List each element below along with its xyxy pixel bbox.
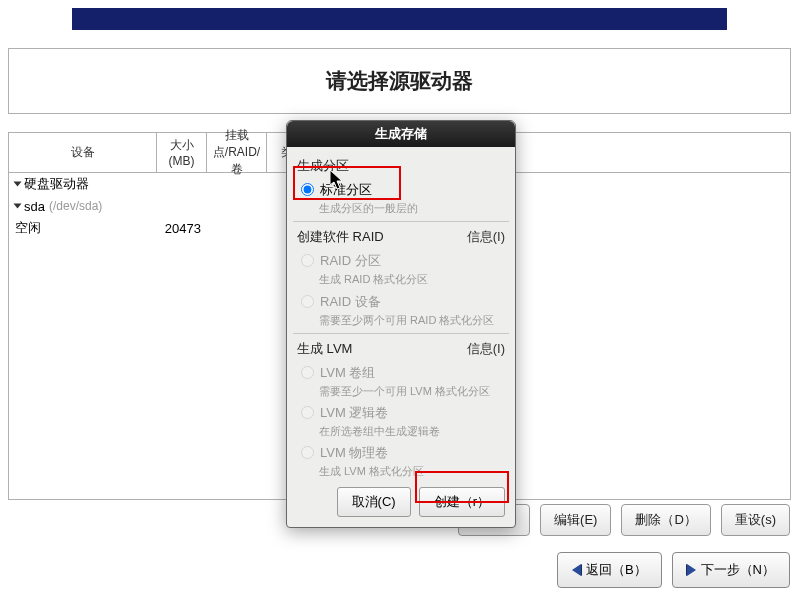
radio-input [301,295,314,308]
dialog-create-button[interactable]: 创建（r） [419,487,505,517]
radio-input [301,366,314,379]
radio-label: RAID 分区 [320,252,381,270]
option-hint: 生成分区的一般层的 [319,201,505,215]
radio-label: 标准分区 [320,181,372,199]
radio-lvm-pv: LVM 物理卷 [301,444,505,462]
info-link[interactable]: 信息(I) [467,228,505,246]
radio-input [301,446,314,459]
radio-standard-partition[interactable]: 标准分区 [301,181,505,199]
option-hint: 需要至少两个可用 RAID 格式化分区 [319,313,505,327]
back-label: 返回（B） [586,561,647,579]
arrow-left-icon [572,564,581,576]
edit-button[interactable]: 编辑(E) [540,504,611,536]
dialog-cancel-button[interactable]: 取消(C) [337,487,411,517]
col-device: 设备 [9,133,157,172]
create-storage-dialog: 生成存储 生成分区 标准分区 生成分区的一般层的 创建软件 RAID 信息(I)… [286,120,516,528]
arrow-right-icon [687,564,696,576]
option-hint: 生成 LVM 格式化分区 [319,464,505,478]
delete-button[interactable]: 删除（D） [621,504,710,536]
top-banner [72,8,727,30]
option-hint: 需要至少一个可用 LVM 格式化分区 [319,384,505,398]
radio-raid-device: RAID 设备 [301,293,505,311]
col-size: 大小(MB) [157,133,207,172]
next-label: 下一步（N） [701,561,775,579]
section-create-partition: 生成分区 [297,157,505,175]
radio-label: RAID 设备 [320,293,381,311]
row-label: 空闲 [15,219,41,237]
radio-input[interactable] [301,183,314,196]
nav-buttons: 返回（B） 下一步（N） [557,552,790,588]
section-create-lvm: 生成 LVM 信息(I) [297,340,505,358]
reset-button[interactable]: 重设(s) [721,504,790,536]
back-button[interactable]: 返回（B） [557,552,662,588]
section-create-raid: 创建软件 RAID 信息(I) [297,228,505,246]
radio-label: LVM 卷组 [320,364,375,382]
radio-input [301,406,314,419]
radio-lvm-vg: LVM 卷组 [301,364,505,382]
col-mount: 挂载点/RAID/卷 [207,133,267,172]
expand-icon[interactable] [14,182,22,187]
radio-label: LVM 逻辑卷 [320,404,388,422]
row-label: sda [24,199,45,214]
option-hint: 在所选卷组中生成逻辑卷 [319,424,505,438]
radio-input [301,254,314,267]
next-button[interactable]: 下一步（N） [672,552,790,588]
page-title: 请选择源驱动器 [8,48,791,114]
row-size: 20473 [157,221,207,236]
expand-icon[interactable] [14,204,22,209]
radio-raid-partition: RAID 分区 [301,252,505,270]
radio-lvm-lv: LVM 逻辑卷 [301,404,505,422]
row-subtext: (/dev/sda) [49,199,102,213]
info-link[interactable]: 信息(I) [467,340,505,358]
dialog-title: 生成存储 [287,121,515,147]
option-hint: 生成 RAID 格式化分区 [319,272,505,286]
row-label: 硬盘驱动器 [24,175,89,193]
radio-label: LVM 物理卷 [320,444,388,462]
